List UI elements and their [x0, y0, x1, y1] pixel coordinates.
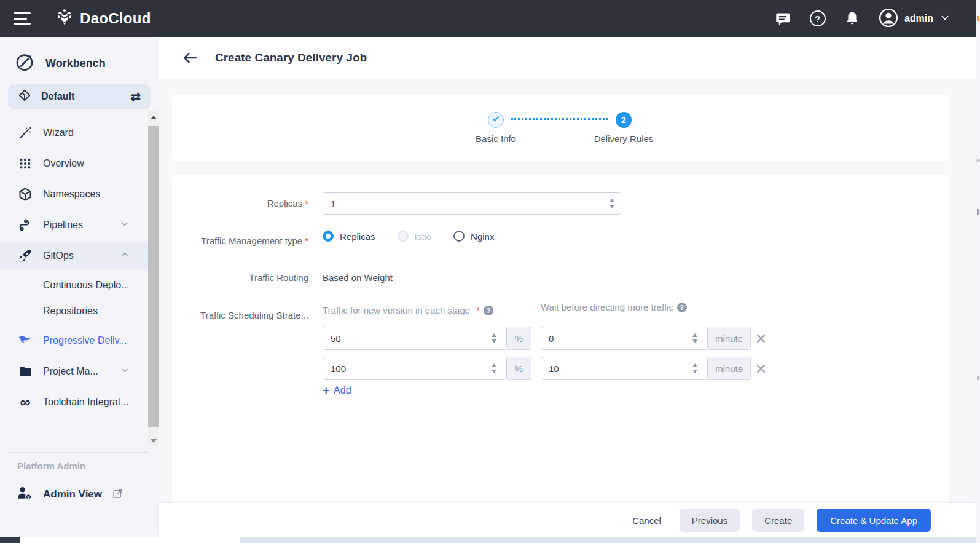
step-basic-info-circle[interactable]	[488, 112, 504, 128]
daocloud-logo-icon	[55, 8, 74, 29]
wait-column-header: Wait before directing more traffic ?	[541, 302, 687, 312]
wait-minutes-stepper[interactable]	[692, 363, 697, 373]
sidebar-item-label: Wizard	[43, 127, 74, 138]
messages-icon[interactable]	[775, 10, 791, 27]
scrollbar-corner	[0, 537, 20, 543]
cancel-button[interactable]: Cancel	[626, 509, 667, 532]
admin-view-label: Admin View	[43, 488, 102, 501]
replicas-stepper[interactable]	[610, 199, 614, 208]
wait-minutes-input[interactable]	[541, 357, 708, 380]
brand-name: DaoCloud	[80, 10, 151, 27]
sidebar-item-namespaces[interactable]: Namespaces	[0, 181, 148, 208]
sidebar-scrollbar	[148, 111, 159, 446]
chevron-down-icon	[120, 219, 130, 231]
wait-minutes-stepper[interactable]	[692, 333, 697, 343]
sidebar-item-wizard[interactable]: Wizard	[0, 119, 148, 146]
sidebar-item-continuous-deployment[interactable]: Continuous Deplo...	[0, 273, 148, 298]
notifications-bell-icon[interactable]	[844, 10, 860, 26]
brand: DaoCloud	[55, 8, 151, 29]
sidebar-item-label: Pipelines	[43, 220, 83, 231]
user-menu[interactable]: admin	[879, 8, 951, 30]
pipeline-icon	[17, 217, 33, 233]
minute-unit: minute	[708, 357, 751, 380]
sidebar-item-label: Project Ma...	[43, 366, 98, 377]
previous-button[interactable]: Previous	[680, 509, 740, 532]
clipped-content-mark	[977, 16, 979, 21]
sidebar-item-toolchain-integration[interactable]: ∞ Toolchain Integrat...	[0, 389, 148, 416]
traffic-percent-input[interactable]	[323, 327, 507, 350]
create-button[interactable]: Create	[752, 509, 804, 532]
traffic-routing-label: Traffic Routing	[172, 272, 308, 283]
radio-nginx[interactable]: Nginx	[453, 231, 494, 242]
right-edge-clipped-content	[976, 0, 980, 543]
workbench-icon	[15, 52, 34, 74]
sidebar-item-label: Namespaces	[43, 189, 100, 200]
remove-row-icon[interactable]	[756, 363, 766, 374]
horizontal-scrollbar-track	[240, 537, 980, 543]
scrollbar-down-arrow[interactable]	[148, 435, 159, 446]
sidebar-item-overview[interactable]: Overview	[0, 150, 148, 177]
traffic-percent-stepper[interactable]	[492, 363, 496, 373]
plus-icon: +	[323, 384, 329, 396]
clipped-content-mark	[977, 159, 979, 162]
traffic-percent-input[interactable]	[323, 357, 507, 380]
help-icon[interactable]: ?	[484, 306, 493, 315]
workspace-name: Default	[41, 91, 74, 102]
avatar-icon	[879, 8, 898, 30]
create-update-app-button[interactable]: Create & Update App	[817, 509, 931, 532]
sidebar-item-repositories[interactable]: Repositories	[0, 299, 148, 323]
hamburger-menu-icon[interactable]	[14, 12, 31, 25]
sidebar-item-label: Repositories	[43, 306, 98, 317]
back-arrow-icon[interactable]	[182, 50, 198, 66]
user-name: admin	[904, 13, 933, 24]
external-link-icon	[112, 488, 123, 502]
radio-istio: Istio	[398, 231, 432, 242]
sidebar: Workbench Default ⇄ Wizard Overview	[0, 37, 159, 537]
wait-minutes-input[interactable]	[541, 327, 708, 350]
folder-icon	[17, 363, 33, 379]
app-window: DaoCloud ? admin	[0, 0, 980, 543]
cube-icon	[17, 186, 33, 202]
traffic-routing-value: Based on Weight	[323, 272, 393, 283]
clipped-content-mark	[977, 376, 979, 380]
add-stage-button[interactable]: + Add	[323, 384, 351, 396]
sidebar-item-admin-view[interactable]: Admin View	[16, 485, 123, 504]
minute-unit: minute	[708, 327, 751, 350]
clipped-content-mark	[977, 209, 979, 215]
sidebar-item-project-management[interactable]: Project Ma...	[0, 358, 148, 385]
help-icon[interactable]: ?	[677, 303, 687, 312]
stepper-card: 2 Basic Info Delivery Rules	[172, 95, 949, 161]
scrollbar-up-arrow[interactable]	[148, 112, 159, 122]
wand-icon	[17, 125, 33, 141]
radio-replicas[interactable]: Replicas	[323, 231, 375, 242]
check-icon	[491, 114, 501, 126]
chevron-down-icon	[120, 365, 130, 378]
required-asterisk: *	[476, 305, 480, 315]
traffic-management-options: Replicas Istio Nginx	[323, 231, 494, 242]
sidebar-item-gitops[interactable]: GitOps	[0, 242, 148, 269]
step-basic-info-label: Basic Info	[459, 133, 533, 144]
sidebar-item-label: Progressive Deliv...	[43, 335, 127, 346]
required-asterisk: *	[305, 236, 308, 246]
remove-row-icon[interactable]	[756, 333, 766, 344]
infinity-icon: ∞	[17, 394, 33, 410]
scrollbar-thumb[interactable]	[148, 126, 159, 427]
stepper-connector	[511, 118, 608, 120]
horizontal-scrollbar-thumb[interactable]	[20, 537, 240, 543]
radio-selected-icon	[323, 231, 334, 242]
workspace-selector[interactable]: Default ⇄	[8, 84, 151, 109]
horizontal-scrollbar	[0, 537, 980, 543]
replicas-input[interactable]	[323, 192, 621, 215]
sidebar-item-pipelines[interactable]: Pipelines	[0, 212, 148, 239]
traffic-scheduling-label: Traffic Scheduling Strate...	[172, 310, 308, 320]
workbench-title: Workbench	[45, 57, 106, 70]
main-content: 2 Basic Info Delivery Rules Replicas* Tr…	[159, 79, 976, 503]
help-icon[interactable]: ?	[810, 10, 826, 26]
sidebar-item-progressive-delivery[interactable]: Progressive Deliv...	[0, 327, 148, 354]
traffic-percent-stepper[interactable]	[492, 333, 496, 343]
percent-unit: %	[507, 327, 531, 350]
top-bar: DaoCloud ? admin	[0, 0, 980, 37]
step-delivery-rules-circle[interactable]: 2	[616, 112, 632, 128]
sidebar-item-label: Toolchain Integrat...	[43, 397, 129, 408]
switch-workspace-icon[interactable]: ⇄	[130, 90, 141, 103]
